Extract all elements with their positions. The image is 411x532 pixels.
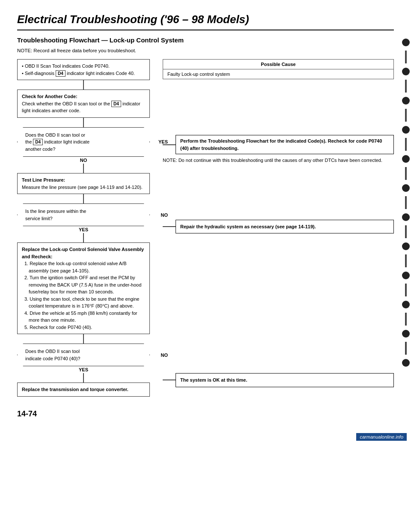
diamond3-line2: indicate code P0740 (40)?	[25, 356, 80, 361]
possible-cause-title: Possible Cause	[163, 59, 394, 69]
box1-line2: • Self-diagnosis	[22, 71, 56, 76]
spiral-line	[405, 254, 407, 267]
spiral-line	[405, 109, 407, 122]
spacer-2	[163, 164, 394, 220]
h-line-3	[163, 380, 176, 380]
section-title: Troubleshooting Flowchart — Lock-up Cont…	[17, 36, 394, 44]
flow-right: Possible Cause Faulty Lock-up control sy…	[163, 59, 394, 390]
test-pressure-body: Measure the line pressure (see page 14-1…	[22, 185, 143, 190]
check-another-title: Check for Another Code:	[22, 94, 77, 99]
replace-item3: 3. Using the scan tool, check to be sure…	[22, 296, 145, 310]
test-pressure-title: Test Line Pressure:	[22, 177, 65, 182]
spiral-dot	[402, 39, 410, 46]
connector-v-7	[83, 373, 84, 383]
no-label-2-side: NO	[161, 212, 168, 218]
no-label-1: NO	[80, 158, 87, 163]
diamond1-line2: the	[25, 139, 33, 144]
title-divider	[17, 30, 394, 30]
diamond2-line1: Is the line pressure within the	[25, 209, 86, 214]
flow-left: • OBD II Scan Tool indicates Code P0740.…	[17, 59, 150, 397]
spiral-dot	[402, 213, 410, 221]
diamond1-line4: another code?	[25, 146, 55, 152]
spacer-1	[163, 84, 394, 135]
spiral-line	[405, 138, 407, 151]
spiral-dot	[402, 184, 410, 192]
connector-v-5	[83, 233, 84, 242]
note-dtc: NOTE: Do not continue with this troubles…	[163, 157, 394, 164]
yes-label-3: YES	[79, 367, 88, 372]
spacer-3	[163, 236, 394, 373]
spiral-dot	[402, 97, 410, 105]
connector-v-2	[83, 118, 84, 127]
box-obd-scan: • OBD II Scan Tool indicates Code P0740.…	[17, 59, 150, 80]
diamond3: Does the OBD II scan tool indicate code …	[17, 344, 150, 366]
replace-box-title: Replace the Lock-up Control Solenoid Val…	[22, 247, 144, 259]
box1-line1: • OBD II Scan Tool indicates Code P0740.	[22, 63, 110, 69]
check-another-body: Check whether the OBD II scan tool or th…	[22, 101, 111, 106]
diamond2: Is the line pressure within the service …	[17, 203, 150, 226]
spiral-binding	[400, 0, 411, 532]
spiral-dot	[402, 272, 410, 279]
box-replace-lockup: Replace the Lock-up Control Solenoid Val…	[17, 242, 150, 334]
spiral-line	[405, 342, 407, 355]
connector-v-4	[83, 194, 84, 203]
spiral-line	[405, 225, 407, 238]
spiral-line	[405, 80, 407, 93]
spiral-dot	[402, 155, 410, 163]
spiral-line	[405, 196, 407, 209]
replace-item2: 2. Turn the ignition switch OFF and rese…	[22, 274, 145, 296]
diamond2-line2: service limit?	[25, 216, 53, 221]
box-final: Replace the transmission and torque conv…	[17, 383, 150, 397]
watermark: carmanualonline.info	[356, 433, 407, 441]
d4-indicator-3: D4	[33, 139, 43, 145]
connector-v-3	[83, 164, 84, 173]
system-ok-box: The system is OK at this time.	[176, 373, 394, 387]
d4-indicator-2: D4	[111, 101, 121, 107]
h-line-2	[163, 226, 176, 227]
diamond1: Does the OBD II scan tool or the D4 indi…	[17, 127, 150, 157]
note-text: NOTE: Record all freeze data before you …	[17, 48, 394, 53]
spiral-dot	[402, 242, 410, 250]
replace-item5: 5. Recheck for code P0740 (40).	[22, 324, 145, 331]
replace-item4: 4. Drive the vehicle at 55 mph (88 km/h)…	[22, 310, 145, 324]
connector-v-6	[83, 334, 84, 344]
possible-cause-value: Faulty Lock-up control system	[163, 69, 394, 79]
spiral-line	[405, 284, 407, 296]
yes-label-2: YES	[79, 227, 88, 232]
diamond3-container: Does the OBD II scan tool indicate code …	[17, 344, 150, 366]
diamond3-line1: Does the OBD II scan tool	[25, 349, 80, 354]
page-number: 14-74	[17, 409, 394, 418]
no-connector-row-3: The system is OK at this time.	[163, 373, 394, 387]
box-test-pressure: Test Line Pressure: Measure the line pre…	[17, 173, 150, 194]
repair-box: Repair the hydraulic system as necessary…	[176, 220, 394, 234]
connector-v-1	[83, 80, 84, 90]
spiral-line	[405, 51, 407, 63]
spiral-dot	[402, 359, 410, 367]
spiral-line	[405, 167, 407, 180]
spiral-dot	[402, 301, 410, 308]
d4-indicator-1: D4	[56, 70, 66, 77]
page-title: Electrical Troubleshooting ('96 – 98 Mod…	[17, 13, 394, 26]
page: Electrical Troubleshooting ('96 – 98 Mod…	[0, 0, 411, 444]
no-label-3-side: NO	[161, 353, 168, 358]
spiral-dot	[402, 330, 410, 338]
diamond1-container: Does the OBD II scan tool or the D4 indi…	[17, 127, 150, 157]
flowchart-area: • OBD II Scan Tool indicates Code P0740.…	[17, 59, 394, 397]
spiral-dot	[402, 68, 410, 75]
spiral-line	[405, 313, 407, 326]
diamond1-line3: indicator light indicate	[43, 139, 89, 144]
replace-item1: 1. Replace the lock-up control solenoid …	[22, 260, 145, 274]
diamond2-container: Is the line pressure within the service …	[17, 203, 150, 226]
yes-label-1: YES	[158, 139, 168, 144]
spiral-dot	[402, 126, 410, 134]
diamond1-line1: Does the OBD II scan tool or	[25, 132, 85, 137]
final-box-text: Replace the transmission and torque conv…	[22, 387, 128, 392]
yes-connector-row: Perform the Troubleshooting Flowchart fo…	[163, 135, 394, 154]
no-connector-row-2: Repair the hydraulic system as necessary…	[163, 220, 394, 234]
perform-box: Perform the Troubleshooting Flowchart fo…	[176, 135, 394, 154]
box-check-another: Check for Another Code: Check whether th…	[17, 90, 150, 118]
box1-line3: indicator light indicates Code 40.	[66, 71, 135, 76]
